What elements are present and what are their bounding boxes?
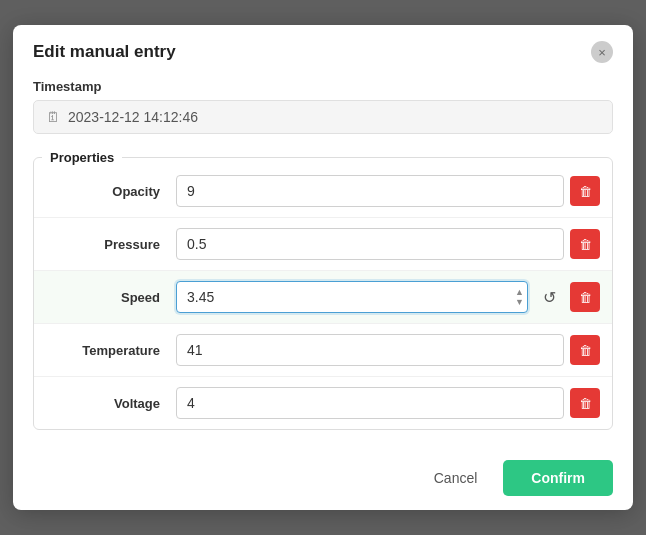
dialog-header: Edit manual entry ×	[13, 25, 633, 75]
pressure-row: Pressure 🗑	[34, 218, 612, 271]
cancel-button[interactable]: Cancel	[418, 462, 494, 494]
speed-input[interactable]	[176, 281, 528, 313]
speed-label: Speed	[46, 290, 176, 305]
speed-reset-button[interactable]: ↺	[534, 282, 564, 312]
speed-row: Speed ▲ ▼ ↺ 🗑	[34, 271, 612, 324]
temperature-label: Temperature	[46, 343, 176, 358]
speed-spinner: ▲ ▼	[515, 288, 524, 307]
timestamp-value: 2023-12-12 14:12:46	[68, 109, 198, 125]
pressure-delete-button[interactable]: 🗑	[570, 229, 600, 259]
speed-delete-button[interactable]: 🗑	[570, 282, 600, 312]
trash-icon: 🗑	[579, 343, 592, 358]
temperature-input-wrap: 🗑	[176, 334, 600, 366]
pressure-input[interactable]	[176, 228, 564, 260]
speed-number-wrap: ▲ ▼	[176, 281, 528, 313]
confirm-button[interactable]: Confirm	[503, 460, 613, 496]
temperature-input[interactable]	[176, 334, 564, 366]
voltage-input[interactable]	[176, 387, 564, 419]
trash-icon: 🗑	[579, 290, 592, 305]
close-button[interactable]: ×	[591, 41, 613, 63]
trash-icon: 🗑	[579, 184, 592, 199]
dialog-overlay: Edit manual entry × Timestamp 🗓 2023-12-…	[0, 0, 646, 535]
voltage-delete-button[interactable]: 🗑	[570, 388, 600, 418]
temperature-row: Temperature 🗑	[34, 324, 612, 377]
timestamp-section: Timestamp 🗓 2023-12-12 14:12:46	[33, 79, 613, 134]
calendar-icon: 🗓	[46, 109, 60, 125]
pressure-input-wrap: 🗑	[176, 228, 600, 260]
properties-legend: Properties	[42, 150, 122, 165]
opacity-label: Opacity	[46, 184, 176, 199]
voltage-row: Voltage 🗑	[34, 377, 612, 429]
temperature-delete-button[interactable]: 🗑	[570, 335, 600, 365]
speed-decrement-button[interactable]: ▼	[515, 298, 524, 307]
trash-icon: 🗑	[579, 237, 592, 252]
opacity-input[interactable]	[176, 175, 564, 207]
properties-fieldset: Properties Opacity 🗑 Pressure	[33, 150, 613, 430]
dialog-title: Edit manual entry	[33, 42, 176, 62]
voltage-input-wrap: 🗑	[176, 387, 600, 419]
opacity-input-wrap: 🗑	[176, 175, 600, 207]
trash-icon: 🗑	[579, 396, 592, 411]
dialog-body: Timestamp 🗓 2023-12-12 14:12:46 Properti…	[13, 75, 633, 446]
opacity-row: Opacity 🗑	[34, 165, 612, 218]
reset-icon: ↺	[543, 288, 556, 307]
timestamp-input-wrap: 🗓 2023-12-12 14:12:46	[33, 100, 613, 134]
edit-manual-entry-dialog: Edit manual entry × Timestamp 🗓 2023-12-…	[13, 25, 633, 510]
speed-increment-button[interactable]: ▲	[515, 288, 524, 297]
voltage-label: Voltage	[46, 396, 176, 411]
pressure-label: Pressure	[46, 237, 176, 252]
speed-input-wrap: ▲ ▼ ↺ 🗑	[176, 281, 600, 313]
timestamp-label: Timestamp	[33, 79, 613, 94]
dialog-footer: Cancel Confirm	[13, 446, 633, 510]
opacity-delete-button[interactable]: 🗑	[570, 176, 600, 206]
